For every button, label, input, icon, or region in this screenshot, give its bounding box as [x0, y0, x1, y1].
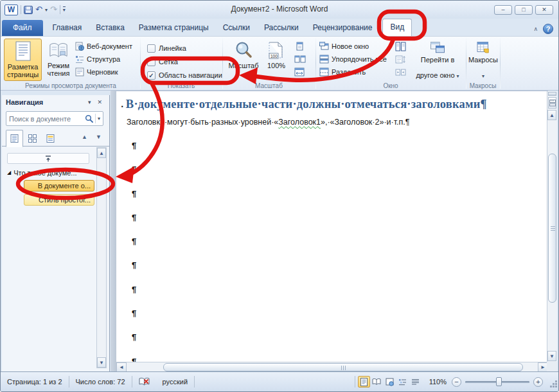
web-layout-view-button[interactable]	[384, 376, 396, 388]
title-bar: W ↶ ▾ ↷ ▾ Документ2 - Microsoft Word – □…	[1, 1, 558, 19]
tab-page-layout[interactable]: Разметка страницы	[132, 20, 216, 36]
zoom-out-button[interactable]: −	[452, 377, 461, 387]
tab-home[interactable]: Главная	[46, 20, 89, 36]
navigation-list-scrollbar[interactable]: ▲ ▼	[96, 147, 107, 368]
zoom-in-button[interactable]: +	[533, 377, 543, 387]
headings-list-icon	[10, 134, 19, 143]
zoom-100-button[interactable]: 100 100%	[262, 39, 290, 81]
tab-insert[interactable]: Вставка	[89, 20, 132, 36]
checkbox-icon[interactable]	[147, 44, 155, 53]
horizontal-scrollbar[interactable]: ◄ ►	[116, 362, 548, 372]
scroll-down-icon[interactable]: ▼	[547, 351, 556, 361]
vertical-scrollbar[interactable]: ▲ ▼	[547, 91, 557, 362]
tab-mailings[interactable]: Рассылки	[257, 20, 306, 36]
zoom-button[interactable]: Масштаб	[226, 39, 261, 81]
zoom-slider[interactable]	[465, 377, 529, 387]
checkbox-checked-icon[interactable]: ✓	[147, 71, 155, 80]
undo-dropdown-icon[interactable]: ▾	[45, 7, 48, 13]
minimize-button[interactable]: –	[494, 5, 512, 15]
group-label: Режимы просмотра документа	[2, 82, 139, 89]
fullscreen-reading-view-button[interactable]	[371, 376, 383, 388]
browse-headings-tab[interactable]	[6, 130, 23, 147]
document-page[interactable]: ▪ В·документе·отдельные·части·должны·отм…	[116, 91, 548, 362]
document-search-box[interactable]: ▾	[6, 111, 103, 126]
tab-references[interactable]: Ссылки	[216, 20, 257, 36]
outline-view-button[interactable]	[396, 376, 409, 388]
nav-heading-item-2-selected[interactable]: В документе о...	[24, 180, 94, 192]
scroll-left-icon[interactable]: ◄	[116, 362, 127, 372]
print-layout-button[interactable]: Разметка страницы	[4, 39, 42, 81]
new-window-button[interactable]: Новое окно	[319, 40, 369, 52]
browse-pages-tab[interactable]	[24, 130, 41, 147]
horizontal-scroll-thumb[interactable]	[163, 363, 523, 371]
word-count[interactable]: Число слов: 72	[69, 378, 132, 386]
checkbox-icon[interactable]	[147, 58, 155, 66]
two-pages-button[interactable]	[294, 53, 306, 65]
button-label: Перейти в другое окно ▾	[416, 56, 459, 80]
scroll-down-icon[interactable]: ▼	[97, 357, 106, 368]
collapse-triangle-icon[interactable]: ◢	[7, 170, 11, 175]
word-app-icon[interactable]: W	[4, 4, 18, 15]
pane-splitter[interactable]	[111, 91, 116, 372]
scroll-up-icon[interactable]: ▲	[547, 110, 556, 120]
reset-window-position-button[interactable]	[395, 66, 406, 78]
reading-view-button[interactable]: Режим чтения	[43, 39, 74, 81]
print-layout-view-button[interactable]	[358, 376, 370, 388]
navigation-pane-checkbox[interactable]: ✓ Область навигации	[147, 70, 222, 80]
web-layout-icon	[386, 378, 394, 386]
tab-view[interactable]: Вид	[382, 19, 412, 36]
help-icon[interactable]: ?	[543, 24, 553, 34]
navigation-pane-dropdown-icon[interactable]: ▾	[85, 99, 94, 105]
undo-icon[interactable]: ↶	[35, 4, 42, 15]
view-side-by-side-button[interactable]	[395, 40, 406, 52]
restore-button[interactable]: □	[515, 5, 533, 15]
nav-heading-item-3[interactable]: Стиль простог...	[24, 194, 94, 206]
quick-access-toolbar: W ↶ ▾ ↷ ▾	[4, 3, 66, 17]
page-width-button[interactable]	[294, 66, 305, 78]
jump-to-start-button[interactable]	[7, 153, 89, 164]
open-book-icon	[49, 41, 68, 60]
resize-grip[interactable]	[547, 377, 556, 386]
close-button[interactable]: ✕	[535, 5, 553, 15]
macros-button[interactable]: Макросы ▾	[468, 39, 499, 81]
nav-heading-item-1[interactable]: ◢ Что такое докуме...	[7, 167, 92, 178]
gridlines-checkbox[interactable]: Сетка	[147, 57, 178, 67]
vertical-scroll-thumb[interactable]	[548, 154, 556, 303]
navigation-headings-list: ◢ Что такое докуме... В документе о... С…	[2, 147, 96, 372]
ruler-checkbox[interactable]: Линейка	[147, 43, 186, 53]
search-icon[interactable]	[85, 114, 93, 123]
synchronous-scrolling-button[interactable]	[395, 53, 406, 65]
scroll-up-icon[interactable]: ▲	[97, 148, 106, 158]
customize-qat-icon[interactable]: ▾	[63, 6, 66, 13]
spellcheck-book-icon	[139, 377, 150, 386]
search-options-dropdown-icon[interactable]: ▾	[98, 116, 100, 121]
split-handle[interactable]	[548, 92, 556, 96]
tab-review[interactable]: Рецензирование	[306, 20, 380, 36]
outline-view-button[interactable]: Структура	[75, 53, 120, 65]
draft-view-button[interactable]: Черновик	[75, 66, 118, 78]
document-heading-1: ▪ В·документе·отдельные·части·должны·отм…	[121, 98, 487, 111]
web-layout-button[interactable]: Веб-документ	[75, 40, 132, 52]
ruler-toggle-button[interactable]	[548, 97, 556, 109]
page-indicator[interactable]: Страница: 1 из 2	[1, 378, 69, 386]
tab-file[interactable]: Файл	[2, 20, 43, 36]
switch-windows-button[interactable]: Перейти в другое окно ▾	[411, 39, 464, 81]
save-icon[interactable]	[24, 6, 33, 14]
browse-results-tab[interactable]	[42, 130, 59, 147]
button-label: Черновик	[87, 68, 118, 76]
arrange-all-button[interactable]: Упорядочить все	[319, 53, 387, 65]
next-heading-icon[interactable]: ▼	[96, 134, 102, 140]
zoom-slider-thumb[interactable]	[496, 377, 502, 386]
divider	[355, 376, 355, 388]
zoom-level[interactable]: 110%	[424, 378, 452, 386]
draft-view-button[interactable]	[409, 376, 421, 388]
search-input[interactable]	[9, 115, 85, 123]
grammar-flagged-word: Заголовок1	[278, 118, 321, 127]
one-page-button[interactable]	[294, 40, 305, 52]
proofing-status[interactable]	[132, 377, 156, 386]
navigation-pane-close-icon[interactable]: ✕	[94, 99, 105, 105]
previous-heading-icon[interactable]: ▲	[82, 134, 87, 140]
split-button[interactable]: Разделить	[319, 66, 366, 78]
collapse-ribbon-icon[interactable]: ∧	[533, 26, 538, 32]
language-indicator[interactable]: русский	[156, 378, 194, 386]
